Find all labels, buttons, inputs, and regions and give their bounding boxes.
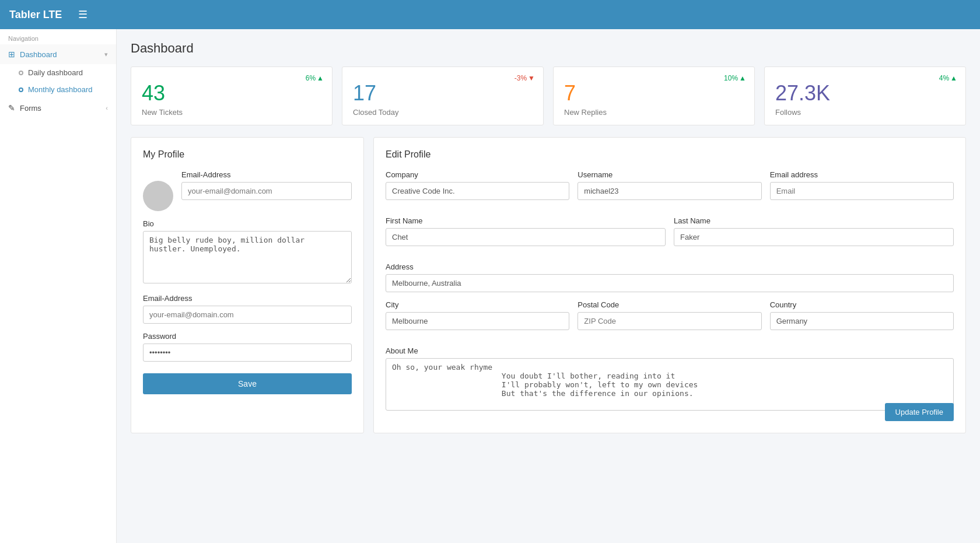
edit-profile-card: Edit Profile Company Username Email addr…: [373, 137, 966, 433]
city-label: City: [386, 300, 569, 309]
sidebar-item-forms[interactable]: ✎ Forms ‹: [0, 98, 116, 118]
hamburger-icon[interactable]: ☰: [78, 8, 88, 21]
first-name-group: First Name: [386, 216, 666, 246]
sidebar-daily-label: Daily dashboard: [28, 68, 83, 77]
sidebar: Navigation ⊞ Dashboard ▾ Daily dashboard…: [0, 29, 117, 543]
last-name-input[interactable]: [674, 228, 954, 246]
trend-new-replies: 10% ▲: [724, 74, 746, 82]
about-group: About Me Oh so, your weak rhyme You doub…: [386, 346, 954, 413]
dashboard-icon: ⊞: [8, 50, 15, 59]
trend-up-icon-3: ▲: [950, 74, 957, 82]
username-input[interactable]: [578, 182, 761, 200]
bottom-section: My Profile Email-Address Bio Big belly r…: [131, 137, 966, 433]
stat-value-new-tickets: 43: [142, 81, 321, 106]
sidebar-dashboard-label: Dashboard: [20, 50, 57, 59]
edit-email-group: Email address: [770, 170, 954, 200]
stat-card-follows: 4% ▲ 27.3K Follows: [764, 66, 966, 125]
sidebar-monthly-label: Monthly dashboard: [28, 85, 93, 94]
sidebar-item-dashboard[interactable]: ⊞ Dashboard ▾: [0, 44, 116, 64]
profile-password-input[interactable]: [143, 344, 352, 362]
email-group-bottom: Email-Address: [143, 294, 352, 324]
postal-group: Postal Code: [578, 300, 761, 330]
profile-email-input-top[interactable]: [181, 182, 352, 200]
avatar-email-row: Email-Address: [143, 170, 352, 211]
address-label: Address: [386, 262, 954, 271]
bio-label: Bio: [143, 219, 352, 228]
password-group: Password: [143, 332, 352, 362]
last-name-label: Last Name: [674, 216, 954, 225]
address-group: Address: [386, 262, 954, 292]
first-name-label: First Name: [386, 216, 666, 225]
stat-label-new-tickets: New Tickets: [142, 108, 321, 117]
trend-new-tickets: 6% ▲: [306, 74, 324, 82]
trend-down-icon: ▼: [528, 74, 535, 82]
page-title: Dashboard: [131, 41, 966, 56]
edit-email-label: Email address: [770, 170, 954, 179]
stat-card-new-tickets: 6% ▲ 43 New Tickets: [131, 66, 332, 125]
update-profile-button[interactable]: Update Profile: [885, 403, 954, 421]
email-label-bottom: Email-Address: [143, 294, 352, 303]
sidebar-item-monthly[interactable]: Monthly dashboard: [0, 81, 116, 98]
forms-icon: ✎: [8, 103, 15, 113]
country-group: Country: [770, 300, 954, 330]
username-group: Username: [578, 170, 761, 200]
country-input[interactable]: [770, 312, 954, 330]
avatar: [143, 181, 173, 211]
profile-card-title: My Profile: [143, 149, 352, 160]
postal-input[interactable]: [578, 312, 761, 330]
about-label: About Me: [386, 346, 954, 355]
trend-follows: 4% ▲: [939, 74, 957, 82]
email-label-top: Email-Address: [181, 170, 352, 179]
stat-value-closed-today: 17: [353, 81, 533, 106]
edit-email-input[interactable]: [770, 182, 954, 200]
sub-dot-monthly: [19, 87, 23, 92]
about-textarea[interactable]: Oh so, your weak rhyme You doubt I'll bo…: [386, 358, 954, 411]
trend-closed-today: -3% ▼: [514, 74, 535, 82]
stat-value-new-replies: 7: [564, 81, 744, 106]
stat-cards: 6% ▲ 43 New Tickets -3% ▼ 17 Closed Toda…: [131, 66, 966, 125]
sidebar-forms-label: Forms: [20, 104, 41, 113]
name-row: First Name Last Name: [386, 216, 954, 254]
postal-label: Postal Code: [578, 300, 761, 309]
country-label: Country: [770, 300, 954, 309]
stat-label-follows: Follows: [775, 108, 955, 117]
first-name-input[interactable]: [386, 228, 666, 246]
bio-group: Bio Big belly rude boy, million dollar h…: [143, 219, 352, 286]
password-label: Password: [143, 332, 352, 341]
stat-label-new-replies: New Replies: [564, 108, 744, 117]
bio-textarea[interactable]: Big belly rude boy, million dollar hustl…: [143, 231, 352, 283]
chevron-down-icon: ▾: [104, 51, 108, 58]
address-input[interactable]: [386, 274, 954, 292]
profile-email-input[interactable]: [143, 306, 352, 324]
city-input[interactable]: [386, 312, 569, 330]
city-group: City: [386, 300, 569, 330]
stat-card-closed-today: -3% ▼ 17 Closed Today: [342, 66, 544, 125]
company-group: Company: [386, 170, 569, 200]
main-content: Dashboard 6% ▲ 43 New Tickets -3% ▼ 17 C…: [117, 29, 980, 543]
edit-profile-title: Edit Profile: [386, 149, 954, 160]
trend-up-icon-2: ▲: [739, 74, 746, 82]
stat-label-closed-today: Closed Today: [353, 108, 533, 117]
trend-up-icon: ▲: [317, 74, 324, 82]
nav-label: Navigation: [0, 29, 116, 44]
edit-top-row: Company Username Email address: [386, 170, 954, 208]
stat-value-follows: 27.3K: [775, 81, 955, 106]
profile-card: My Profile Email-Address Bio Big belly r…: [131, 137, 364, 433]
save-button[interactable]: Save: [143, 373, 352, 394]
sub-dot-daily: [19, 71, 23, 75]
navbar: Tabler LTE ☰: [0, 0, 980, 29]
company-input[interactable]: [386, 182, 569, 200]
company-label: Company: [386, 170, 569, 179]
sidebar-item-daily[interactable]: Daily dashboard: [0, 64, 116, 81]
brand-title: Tabler LTE: [9, 9, 62, 21]
last-name-group: Last Name: [674, 216, 954, 246]
stat-card-new-replies: 10% ▲ 7 New Replies: [553, 66, 755, 125]
chevron-left-icon: ‹: [106, 104, 108, 111]
city-row: City Postal Code Country: [386, 300, 954, 338]
email-field-group: Email-Address: [181, 170, 352, 200]
username-label: Username: [578, 170, 761, 179]
